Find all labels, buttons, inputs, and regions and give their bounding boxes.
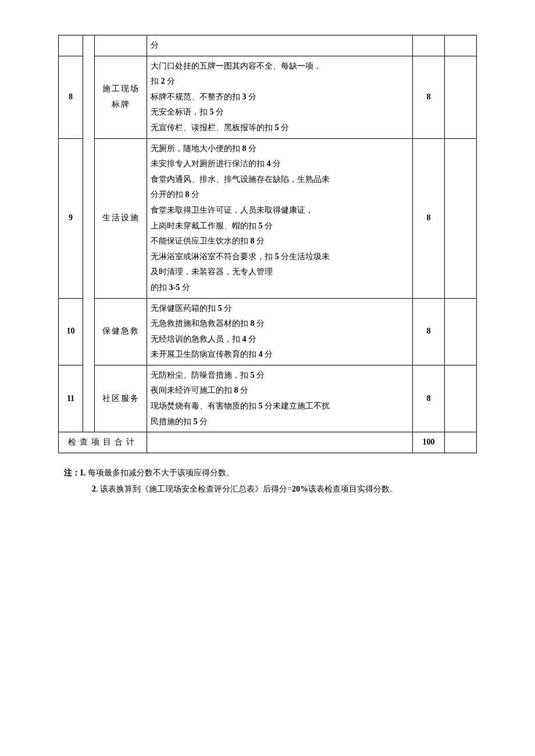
note2-text: . 该表换算到《施工现场安全检查评分汇总表》后得分= (96, 485, 292, 493)
table-row: 9生活设施无厕所，随地大小便的扣 8 分未安排专人对厕所进行保洁的扣 4 分食堂… (59, 138, 477, 298)
description-cell: 无厕所，随地大小便的扣 8 分未安排专人对厕所进行保洁的扣 4 分食堂内通风、排… (147, 138, 413, 298)
blank-column (83, 35, 95, 432)
note2-bold2: 20% (292, 485, 308, 493)
empty-cell (445, 138, 477, 298)
score-cell: 8 (413, 138, 445, 298)
score-cell: 8 (413, 365, 445, 432)
total-label: 检查项目合计 (59, 432, 147, 453)
row-number: 11 (59, 365, 83, 432)
note2-text2: 该表检查项目实得分数。 (308, 485, 398, 493)
table-row: 分 (59, 35, 477, 56)
description-cell: 分 (147, 35, 413, 56)
empty-cell (445, 298, 477, 365)
description-cell: 大门口处挂的五牌一图其内容不全、每缺一项，扣 2 分标牌不规范、不整齐的扣 3 … (147, 56, 413, 138)
category-cell: 社区服务 (95, 365, 147, 432)
row-number: 9 (59, 138, 83, 298)
total-desc (147, 432, 413, 453)
category-cell (95, 35, 147, 56)
note-prefix: 注： (64, 468, 80, 477)
table-row: 11社区服务无防粉尘、防噪音措施，扣 5 分夜间未经许可施工的扣 8 分现场焚烧… (59, 365, 477, 432)
evaluation-table: 分8施工现场标牌大门口处挂的五牌一图其内容不全、每缺一项，扣 2 分标牌不规范、… (58, 35, 477, 453)
score-cell: 8 (413, 298, 445, 365)
score-cell (413, 35, 445, 56)
total-score: 100 (413, 432, 445, 453)
total-row: 检查项目合计100 (59, 432, 477, 453)
empty-cell (445, 56, 477, 138)
empty-cell (445, 35, 477, 56)
notes-section: 注：L 每项最多扣减分数不大于该项应得分数。 2. 该表换算到《施工现场安全检查… (58, 465, 477, 497)
description-cell: 无防粉尘、防噪音措施，扣 5 分夜间未经许可施工的扣 8 分现场焚烧有毒、有害物… (147, 365, 413, 432)
score-cell: 8 (413, 56, 445, 138)
table-row: 10保健急救无保健医药箱的扣 5 分无急救措施和急救器材的扣 8 分无经培训的急… (59, 298, 477, 365)
row-number: 10 (59, 298, 83, 365)
table-row: 8施工现场标牌大门口处挂的五牌一图其内容不全、每缺一项，扣 2 分标牌不规范、不… (59, 56, 477, 138)
note-2: 2. 该表换算到《施工现场安全检查评分汇总表》后得分=20%该表检查项目实得分数… (64, 481, 477, 497)
category-cell: 保健急救 (95, 298, 147, 365)
category-cell: 施工现场标牌 (95, 56, 147, 138)
note-1: 注：L 每项最多扣减分数不大于该项应得分数。 (64, 465, 477, 481)
note2-bold-label: 2 (92, 485, 96, 493)
category-cell: 生活设施 (95, 138, 147, 298)
note1-bold-label: L (80, 468, 85, 477)
empty-cell (445, 365, 477, 432)
note1-text: 每项最多扣减分数不大于该项应得分数。 (85, 468, 234, 477)
total-empty (445, 432, 477, 453)
row-number (59, 35, 83, 56)
row-number: 8 (59, 56, 83, 138)
description-cell: 无保健医药箱的扣 5 分无急救措施和急救器材的扣 8 分无经培训的急救人员，扣 … (147, 298, 413, 365)
